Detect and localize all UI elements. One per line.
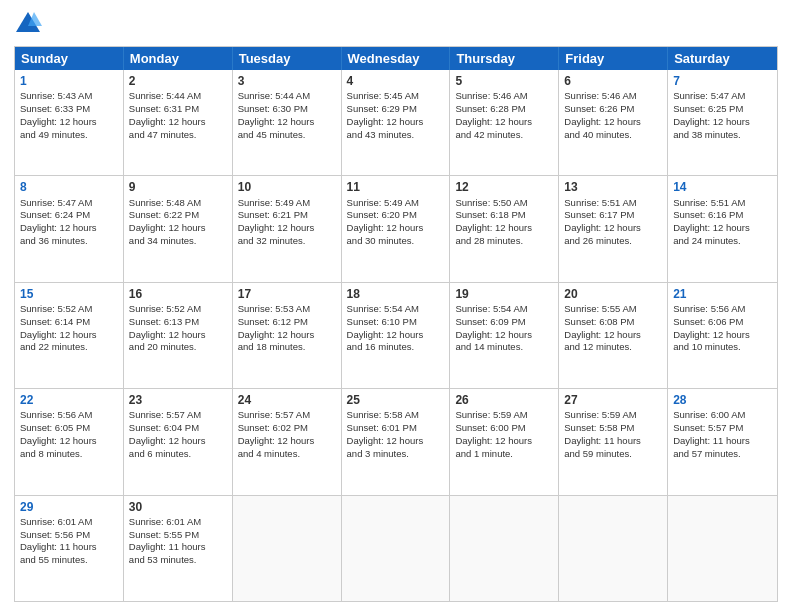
calendar-body: 1Sunrise: 5:43 AMSunset: 6:33 PMDaylight… xyxy=(15,70,777,601)
day-info-line: and 6 minutes. xyxy=(129,448,227,461)
day-info-line: Daylight: 12 hours xyxy=(564,116,662,129)
day-info-line: Sunset: 6:30 PM xyxy=(238,103,336,116)
day-info-line: Sunrise: 5:51 AM xyxy=(564,197,662,210)
day-info-line: Daylight: 12 hours xyxy=(347,222,445,235)
day-info-line: Sunset: 6:13 PM xyxy=(129,316,227,329)
cal-cell-10: 10Sunrise: 5:49 AMSunset: 6:21 PMDayligh… xyxy=(233,176,342,281)
day-info-line: Sunrise: 5:57 AM xyxy=(238,409,336,422)
day-info-line: Daylight: 12 hours xyxy=(20,222,118,235)
logo xyxy=(14,10,46,38)
day-info-line: Sunset: 5:57 PM xyxy=(673,422,772,435)
day-number: 9 xyxy=(129,179,227,195)
calendar: SundayMondayTuesdayWednesdayThursdayFrid… xyxy=(14,46,778,602)
day-info-line: Sunrise: 5:59 AM xyxy=(455,409,553,422)
day-info-line: Sunrise: 5:54 AM xyxy=(455,303,553,316)
day-info-line: Sunrise: 5:50 AM xyxy=(455,197,553,210)
day-info-line: and 38 minutes. xyxy=(673,129,772,142)
day-number: 18 xyxy=(347,286,445,302)
day-info-line: Sunrise: 5:56 AM xyxy=(20,409,118,422)
day-number: 10 xyxy=(238,179,336,195)
day-info-line: Sunset: 6:01 PM xyxy=(347,422,445,435)
day-info-line: Sunset: 6:20 PM xyxy=(347,209,445,222)
day-info-line: and 26 minutes. xyxy=(564,235,662,248)
day-info-line: and 42 minutes. xyxy=(455,129,553,142)
day-info-line: and 16 minutes. xyxy=(347,341,445,354)
cal-cell-11: 11Sunrise: 5:49 AMSunset: 6:20 PMDayligh… xyxy=(342,176,451,281)
day-info-line: Sunrise: 5:56 AM xyxy=(673,303,772,316)
day-info-line: Sunset: 6:16 PM xyxy=(673,209,772,222)
day-number: 6 xyxy=(564,73,662,89)
day-info-line: Sunrise: 5:59 AM xyxy=(564,409,662,422)
header-day-thursday: Thursday xyxy=(450,47,559,70)
day-info-line: Daylight: 12 hours xyxy=(347,116,445,129)
day-number: 7 xyxy=(673,73,772,89)
header-day-tuesday: Tuesday xyxy=(233,47,342,70)
day-info-line: and 14 minutes. xyxy=(455,341,553,354)
day-info-line: Sunset: 6:09 PM xyxy=(455,316,553,329)
day-info-line: and 1 minute. xyxy=(455,448,553,461)
cal-cell-25: 25Sunrise: 5:58 AMSunset: 6:01 PMDayligh… xyxy=(342,389,451,494)
cal-cell-26: 26Sunrise: 5:59 AMSunset: 6:00 PMDayligh… xyxy=(450,389,559,494)
cal-cell-16: 16Sunrise: 5:52 AMSunset: 6:13 PMDayligh… xyxy=(124,283,233,388)
cal-cell-30: 30Sunrise: 6:01 AMSunset: 5:55 PMDayligh… xyxy=(124,496,233,601)
calendar-row-1: 8Sunrise: 5:47 AMSunset: 6:24 PMDaylight… xyxy=(15,175,777,281)
day-info-line: Sunrise: 5:47 AM xyxy=(20,197,118,210)
day-info-line: Daylight: 12 hours xyxy=(673,116,772,129)
calendar-row-0: 1Sunrise: 5:43 AMSunset: 6:33 PMDaylight… xyxy=(15,70,777,175)
day-info-line: Sunset: 6:21 PM xyxy=(238,209,336,222)
day-info-line: and 32 minutes. xyxy=(238,235,336,248)
day-info-line: Daylight: 12 hours xyxy=(347,329,445,342)
cal-cell-13: 13Sunrise: 5:51 AMSunset: 6:17 PMDayligh… xyxy=(559,176,668,281)
day-info-line: and 4 minutes. xyxy=(238,448,336,461)
day-info-line: and 57 minutes. xyxy=(673,448,772,461)
day-info-line: Sunrise: 6:01 AM xyxy=(20,516,118,529)
cal-cell-empty xyxy=(559,496,668,601)
day-number: 3 xyxy=(238,73,336,89)
cal-cell-empty xyxy=(668,496,777,601)
day-info-line: and 24 minutes. xyxy=(673,235,772,248)
day-info-line: and 55 minutes. xyxy=(20,554,118,567)
day-info-line: Sunset: 6:29 PM xyxy=(347,103,445,116)
cal-cell-4: 4Sunrise: 5:45 AMSunset: 6:29 PMDaylight… xyxy=(342,70,451,175)
calendar-row-4: 29Sunrise: 6:01 AMSunset: 5:56 PMDayligh… xyxy=(15,495,777,601)
cal-cell-2: 2Sunrise: 5:44 AMSunset: 6:31 PMDaylight… xyxy=(124,70,233,175)
day-number: 13 xyxy=(564,179,662,195)
cal-cell-29: 29Sunrise: 6:01 AMSunset: 5:56 PMDayligh… xyxy=(15,496,124,601)
page: SundayMondayTuesdayWednesdayThursdayFrid… xyxy=(0,0,792,612)
day-info-line: Sunrise: 5:48 AM xyxy=(129,197,227,210)
day-number: 11 xyxy=(347,179,445,195)
day-info-line: Sunset: 6:31 PM xyxy=(129,103,227,116)
day-info-line: and 36 minutes. xyxy=(20,235,118,248)
day-info-line: and 43 minutes. xyxy=(347,129,445,142)
cal-cell-empty xyxy=(233,496,342,601)
day-info-line: Sunset: 6:18 PM xyxy=(455,209,553,222)
day-info-line: Sunset: 6:10 PM xyxy=(347,316,445,329)
day-info-line: Sunset: 6:06 PM xyxy=(673,316,772,329)
day-info-line: Sunset: 5:58 PM xyxy=(564,422,662,435)
day-number: 17 xyxy=(238,286,336,302)
cal-cell-3: 3Sunrise: 5:44 AMSunset: 6:30 PMDaylight… xyxy=(233,70,342,175)
day-info-line: Daylight: 11 hours xyxy=(673,435,772,448)
day-info-line: and 12 minutes. xyxy=(564,341,662,354)
day-info-line: Sunrise: 5:44 AM xyxy=(238,90,336,103)
header-day-saturday: Saturday xyxy=(668,47,777,70)
day-info-line: Daylight: 12 hours xyxy=(347,435,445,448)
day-info-line: Sunrise: 6:00 AM xyxy=(673,409,772,422)
day-info-line: and 8 minutes. xyxy=(20,448,118,461)
cal-cell-9: 9Sunrise: 5:48 AMSunset: 6:22 PMDaylight… xyxy=(124,176,233,281)
cal-cell-12: 12Sunrise: 5:50 AMSunset: 6:18 PMDayligh… xyxy=(450,176,559,281)
day-number: 29 xyxy=(20,499,118,515)
cal-cell-21: 21Sunrise: 5:56 AMSunset: 6:06 PMDayligh… xyxy=(668,283,777,388)
day-info-line: and 10 minutes. xyxy=(673,341,772,354)
day-info-line: Daylight: 12 hours xyxy=(455,116,553,129)
day-info-line: Daylight: 12 hours xyxy=(238,222,336,235)
day-info-line: Daylight: 12 hours xyxy=(238,435,336,448)
cal-cell-14: 14Sunrise: 5:51 AMSunset: 6:16 PMDayligh… xyxy=(668,176,777,281)
calendar-row-3: 22Sunrise: 5:56 AMSunset: 6:05 PMDayligh… xyxy=(15,388,777,494)
header-day-friday: Friday xyxy=(559,47,668,70)
day-number: 16 xyxy=(129,286,227,302)
day-info-line: Sunrise: 5:51 AM xyxy=(673,197,772,210)
cal-cell-15: 15Sunrise: 5:52 AMSunset: 6:14 PMDayligh… xyxy=(15,283,124,388)
cal-cell-17: 17Sunrise: 5:53 AMSunset: 6:12 PMDayligh… xyxy=(233,283,342,388)
day-number: 15 xyxy=(20,286,118,302)
